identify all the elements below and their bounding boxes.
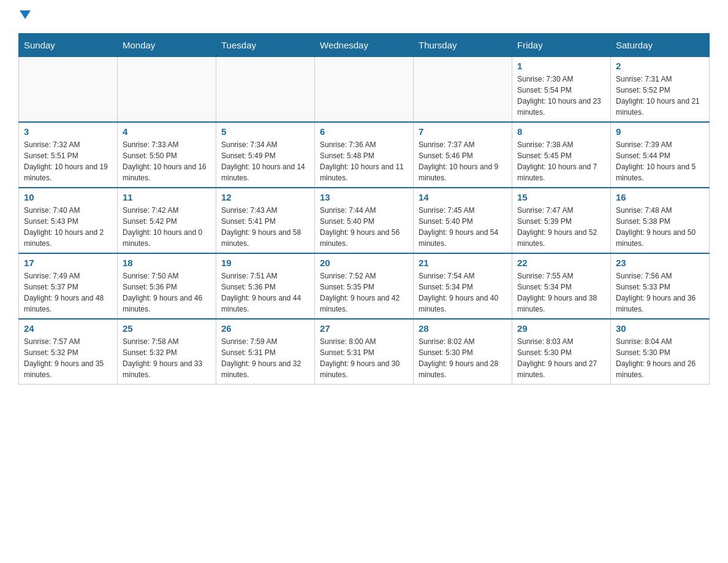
day-number: 8 bbox=[517, 126, 605, 137]
day-sun-info: Sunrise: 7:56 AMSunset: 5:33 PMDaylight:… bbox=[616, 270, 704, 315]
calendar-day-cell: 3Sunrise: 7:32 AMSunset: 5:51 PMDaylight… bbox=[19, 122, 118, 188]
day-sun-info: Sunrise: 7:45 AMSunset: 5:40 PMDaylight:… bbox=[419, 205, 507, 249]
calendar-day-cell: 12Sunrise: 7:43 AMSunset: 5:41 PMDayligh… bbox=[216, 188, 315, 253]
calendar-day-cell: 24Sunrise: 7:57 AMSunset: 5:32 PMDayligh… bbox=[19, 319, 118, 385]
calendar-week-row: 1Sunrise: 7:30 AMSunset: 5:54 PMDaylight… bbox=[19, 57, 710, 123]
calendar-day-cell: 1Sunrise: 7:30 AMSunset: 5:54 PMDaylight… bbox=[512, 57, 611, 123]
calendar-week-row: 3Sunrise: 7:32 AMSunset: 5:51 PMDaylight… bbox=[19, 122, 710, 188]
day-number: 4 bbox=[123, 126, 211, 137]
day-sun-info: Sunrise: 7:51 AMSunset: 5:36 PMDaylight:… bbox=[221, 270, 309, 315]
calendar-day-cell: 10Sunrise: 7:40 AMSunset: 5:43 PMDayligh… bbox=[19, 188, 118, 253]
day-sun-info: Sunrise: 7:40 AMSunset: 5:43 PMDaylight:… bbox=[24, 205, 112, 249]
day-sun-info: Sunrise: 7:31 AMSunset: 5:52 PMDaylight:… bbox=[616, 74, 704, 118]
day-number: 1 bbox=[517, 61, 605, 71]
day-number: 10 bbox=[24, 192, 112, 202]
calendar-day-cell: 15Sunrise: 7:47 AMSunset: 5:39 PMDayligh… bbox=[512, 188, 611, 253]
calendar-day-cell: 30Sunrise: 8:04 AMSunset: 5:30 PMDayligh… bbox=[611, 319, 710, 385]
calendar-day-cell: 18Sunrise: 7:50 AMSunset: 5:36 PMDayligh… bbox=[118, 253, 216, 319]
day-sun-info: Sunrise: 7:32 AMSunset: 5:51 PMDaylight:… bbox=[24, 139, 112, 183]
calendar-day-cell: 9Sunrise: 7:39 AMSunset: 5:44 PMDaylight… bbox=[611, 122, 710, 188]
day-sun-info: Sunrise: 7:58 AMSunset: 5:32 PMDaylight:… bbox=[123, 336, 211, 380]
day-sun-info: Sunrise: 7:50 AMSunset: 5:36 PMDaylight:… bbox=[123, 270, 211, 315]
calendar-day-cell: 20Sunrise: 7:52 AMSunset: 5:35 PMDayligh… bbox=[315, 253, 414, 319]
day-sun-info: Sunrise: 7:42 AMSunset: 5:42 PMDaylight:… bbox=[123, 205, 211, 249]
day-sun-info: Sunrise: 7:33 AMSunset: 5:50 PMDaylight:… bbox=[123, 139, 211, 183]
day-number: 23 bbox=[616, 258, 704, 268]
calendar-day-cell: 29Sunrise: 8:03 AMSunset: 5:30 PMDayligh… bbox=[512, 319, 611, 385]
calendar-week-row: 10Sunrise: 7:40 AMSunset: 5:43 PMDayligh… bbox=[19, 188, 710, 253]
calendar-day-cell: 11Sunrise: 7:42 AMSunset: 5:42 PMDayligh… bbox=[118, 188, 216, 253]
header-friday: Friday bbox=[512, 34, 611, 57]
header-saturday: Saturday bbox=[611, 34, 710, 57]
day-number: 19 bbox=[221, 258, 309, 268]
day-number: 11 bbox=[123, 192, 211, 202]
day-sun-info: Sunrise: 7:36 AMSunset: 5:48 PMDaylight:… bbox=[320, 139, 408, 183]
header-wednesday: Wednesday bbox=[315, 34, 414, 57]
header-monday: Monday bbox=[118, 34, 216, 57]
calendar-day-cell: 22Sunrise: 7:55 AMSunset: 5:34 PMDayligh… bbox=[512, 253, 611, 319]
calendar-day-cell: 26Sunrise: 7:59 AMSunset: 5:31 PMDayligh… bbox=[216, 319, 315, 385]
header-thursday: Thursday bbox=[414, 34, 512, 57]
calendar-day-cell: 14Sunrise: 7:45 AMSunset: 5:40 PMDayligh… bbox=[414, 188, 512, 253]
calendar-day-cell: 4Sunrise: 7:33 AMSunset: 5:50 PMDaylight… bbox=[118, 122, 216, 188]
day-number: 24 bbox=[24, 323, 112, 334]
calendar-day-cell: 17Sunrise: 7:49 AMSunset: 5:37 PMDayligh… bbox=[19, 253, 118, 319]
day-number: 20 bbox=[320, 258, 408, 268]
day-sun-info: Sunrise: 8:04 AMSunset: 5:30 PMDaylight:… bbox=[616, 336, 704, 380]
calendar-day-cell: 25Sunrise: 7:58 AMSunset: 5:32 PMDayligh… bbox=[118, 319, 216, 385]
day-sun-info: Sunrise: 7:49 AMSunset: 5:37 PMDaylight:… bbox=[24, 270, 112, 315]
day-sun-info: Sunrise: 7:34 AMSunset: 5:49 PMDaylight:… bbox=[221, 139, 309, 183]
day-number: 13 bbox=[320, 192, 408, 202]
header-sunday: Sunday bbox=[19, 34, 118, 57]
calendar-day-cell: 23Sunrise: 7:56 AMSunset: 5:33 PMDayligh… bbox=[611, 253, 710, 319]
calendar-day-cell bbox=[118, 57, 216, 123]
day-number: 16 bbox=[616, 192, 704, 202]
day-number: 7 bbox=[419, 126, 507, 137]
day-number: 27 bbox=[320, 323, 408, 334]
day-number: 30 bbox=[616, 323, 704, 334]
day-number: 12 bbox=[221, 192, 309, 202]
calendar-week-row: 24Sunrise: 7:57 AMSunset: 5:32 PMDayligh… bbox=[19, 319, 710, 385]
day-number: 9 bbox=[616, 126, 704, 137]
day-sun-info: Sunrise: 7:39 AMSunset: 5:44 PMDaylight:… bbox=[616, 139, 704, 183]
calendar-day-cell: 27Sunrise: 8:00 AMSunset: 5:31 PMDayligh… bbox=[315, 319, 414, 385]
day-number: 25 bbox=[123, 323, 211, 334]
calendar-day-cell: 19Sunrise: 7:51 AMSunset: 5:36 PMDayligh… bbox=[216, 253, 315, 319]
day-sun-info: Sunrise: 7:47 AMSunset: 5:39 PMDaylight:… bbox=[517, 205, 605, 249]
calendar-week-row: 17Sunrise: 7:49 AMSunset: 5:37 PMDayligh… bbox=[19, 253, 710, 319]
day-number: 18 bbox=[123, 258, 211, 268]
day-sun-info: Sunrise: 7:57 AMSunset: 5:32 PMDaylight:… bbox=[24, 336, 112, 380]
calendar-day-cell: 5Sunrise: 7:34 AMSunset: 5:49 PMDaylight… bbox=[216, 122, 315, 188]
day-sun-info: Sunrise: 8:00 AMSunset: 5:31 PMDaylight:… bbox=[320, 336, 408, 380]
day-number: 6 bbox=[320, 126, 408, 137]
day-sun-info: Sunrise: 8:03 AMSunset: 5:30 PMDaylight:… bbox=[517, 336, 605, 380]
day-number: 26 bbox=[221, 323, 309, 334]
logo bbox=[18, 12, 31, 21]
day-number: 17 bbox=[24, 258, 112, 268]
day-sun-info: Sunrise: 7:43 AMSunset: 5:41 PMDaylight:… bbox=[221, 205, 309, 249]
day-number: 15 bbox=[517, 192, 605, 202]
calendar-day-cell: 2Sunrise: 7:31 AMSunset: 5:52 PMDaylight… bbox=[611, 57, 710, 123]
day-number: 22 bbox=[517, 258, 605, 268]
day-number: 5 bbox=[221, 126, 309, 137]
day-sun-info: Sunrise: 7:52 AMSunset: 5:35 PMDaylight:… bbox=[320, 270, 408, 315]
day-sun-info: Sunrise: 7:30 AMSunset: 5:54 PMDaylight:… bbox=[517, 74, 605, 118]
day-number: 21 bbox=[419, 258, 507, 268]
calendar-table: Sunday Monday Tuesday Wednesday Thursday… bbox=[18, 33, 710, 385]
day-sun-info: Sunrise: 7:38 AMSunset: 5:45 PMDaylight:… bbox=[517, 139, 605, 183]
calendar-day-cell: 16Sunrise: 7:48 AMSunset: 5:38 PMDayligh… bbox=[611, 188, 710, 253]
day-number: 3 bbox=[24, 126, 112, 137]
calendar-day-cell: 6Sunrise: 7:36 AMSunset: 5:48 PMDaylight… bbox=[315, 122, 414, 188]
day-sun-info: Sunrise: 8:02 AMSunset: 5:30 PMDaylight:… bbox=[419, 336, 507, 380]
calendar-day-cell: 13Sunrise: 7:44 AMSunset: 5:40 PMDayligh… bbox=[315, 188, 414, 253]
day-number: 29 bbox=[517, 323, 605, 334]
day-number: 28 bbox=[419, 323, 507, 334]
calendar-day-cell bbox=[315, 57, 414, 123]
day-sun-info: Sunrise: 7:59 AMSunset: 5:31 PMDaylight:… bbox=[221, 336, 309, 380]
calendar-day-cell bbox=[216, 57, 315, 123]
header bbox=[18, 12, 710, 21]
weekday-header-row: Sunday Monday Tuesday Wednesday Thursday… bbox=[19, 34, 710, 57]
calendar-day-cell: 21Sunrise: 7:54 AMSunset: 5:34 PMDayligh… bbox=[414, 253, 512, 319]
day-number: 14 bbox=[419, 192, 507, 202]
day-sun-info: Sunrise: 7:48 AMSunset: 5:38 PMDaylight:… bbox=[616, 205, 704, 249]
